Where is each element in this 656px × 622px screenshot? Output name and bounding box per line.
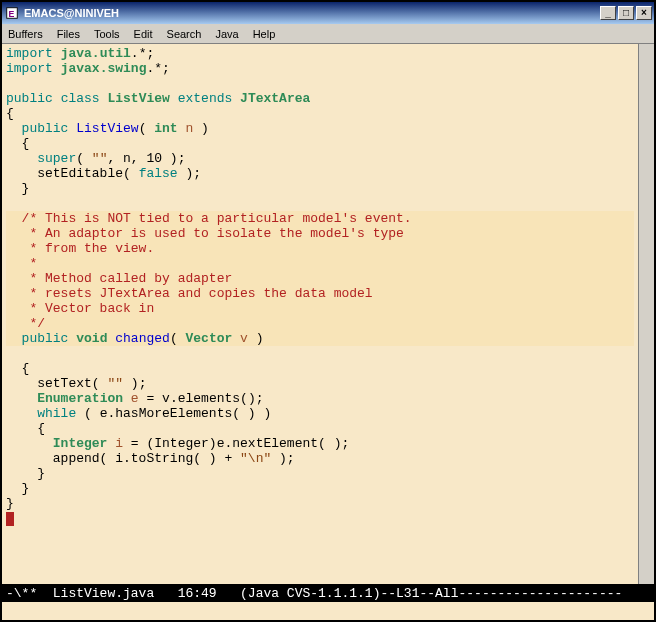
kw-extends: extends (178, 91, 233, 106)
brace: { (6, 106, 14, 121)
const: false (139, 166, 178, 181)
brace: { (22, 136, 30, 151)
menu-edit[interactable]: Edit (134, 28, 153, 40)
content-area: import java.util.*; import javax.swing.*… (2, 44, 654, 584)
brace: } (22, 181, 30, 196)
maximize-button[interactable]: □ (618, 6, 634, 20)
kw-while: while (37, 406, 76, 421)
text: ); (178, 166, 201, 181)
text: = (Integer)e.nextElement( ); (123, 436, 349, 451)
menu-buffers[interactable]: Buffers (8, 28, 43, 40)
type: void (76, 331, 107, 346)
comment: * Method called by adapter (6, 271, 232, 286)
kw-super: super (37, 151, 76, 166)
comment: * from the view. (6, 241, 154, 256)
paren: ) (193, 121, 209, 136)
text: ); (271, 451, 294, 466)
text: .*; (131, 46, 154, 61)
brace: } (22, 481, 30, 496)
modeline[interactable]: -\** ListView.java 16:49 (Java CVS-1.1.1… (2, 584, 654, 602)
text: , n, 10 ); (107, 151, 185, 166)
comment: * An adaptor is used to isolate the mode… (6, 226, 404, 241)
type: int (154, 121, 177, 136)
svg-text:E: E (9, 9, 15, 19)
type: JTextArea (240, 91, 310, 106)
pkg: javax.swing (61, 61, 147, 76)
app-icon: E (4, 5, 20, 21)
type: Vector (185, 331, 232, 346)
code-editor[interactable]: import java.util.*; import javax.swing.*… (2, 44, 638, 584)
menu-help[interactable]: Help (253, 28, 276, 40)
paren: ( (170, 331, 186, 346)
window-controls: _ □ × (600, 6, 652, 20)
menu-search[interactable]: Search (167, 28, 202, 40)
comment: * (6, 256, 37, 271)
menu-tools[interactable]: Tools (94, 28, 120, 40)
brace: } (37, 466, 45, 481)
window-title: EMACS@NINIVEH (24, 7, 600, 19)
type: Integer (53, 436, 108, 451)
kw-public: public (6, 91, 53, 106)
var: v (240, 331, 248, 346)
menubar: Buffers Files Tools Edit Search Java Hel… (2, 24, 654, 44)
pkg: java.util (61, 46, 131, 61)
emacs-window: E EMACS@NINIVEH _ □ × Buffers Files Tool… (0, 0, 656, 622)
var: e (131, 391, 139, 406)
type: ListView (107, 91, 169, 106)
kw-public: public (22, 331, 69, 346)
text: ); (123, 376, 146, 391)
kw-class: class (61, 91, 100, 106)
menu-files[interactable]: Files (57, 28, 80, 40)
comment: */ (6, 316, 45, 331)
menu-java[interactable]: Java (215, 28, 238, 40)
text: setEditable( (6, 166, 139, 181)
paren: ) (248, 331, 264, 346)
comment: * Vector back in (6, 301, 154, 316)
close-button[interactable]: × (636, 6, 652, 20)
fn: changed (115, 331, 170, 346)
comment: * resets JTextArea and copies the data m… (6, 286, 373, 301)
kw-import: import (6, 61, 53, 76)
text: append( i.toString( ) + (6, 451, 240, 466)
cursor (6, 512, 14, 526)
comment: /* This is NOT tied to a particular mode… (6, 211, 412, 226)
minimize-button[interactable]: _ (600, 6, 616, 20)
str: "" (107, 376, 123, 391)
paren: ( (139, 121, 155, 136)
str: "" (92, 151, 108, 166)
text: setText( (6, 376, 107, 391)
modeline-text: -\** ListView.java 16:49 (Java CVS-1.1.1… (6, 586, 622, 601)
text: ( (76, 151, 92, 166)
brace: { (37, 421, 45, 436)
minibuffer[interactable] (2, 602, 654, 620)
brace: } (6, 496, 14, 511)
kw-public: public (22, 121, 69, 136)
kw-import: import (6, 46, 53, 61)
brace: { (22, 361, 30, 376)
var: i (115, 436, 123, 451)
scrollbar[interactable] (638, 44, 654, 584)
str: "\n" (240, 451, 271, 466)
text: ( e.hasMoreElements( ) ) (76, 406, 271, 421)
text: .*; (146, 61, 169, 76)
fn: ListView (76, 121, 138, 136)
type: Enumeration (37, 391, 123, 406)
titlebar[interactable]: E EMACS@NINIVEH _ □ × (2, 2, 654, 24)
text: = v.elements(); (139, 391, 264, 406)
